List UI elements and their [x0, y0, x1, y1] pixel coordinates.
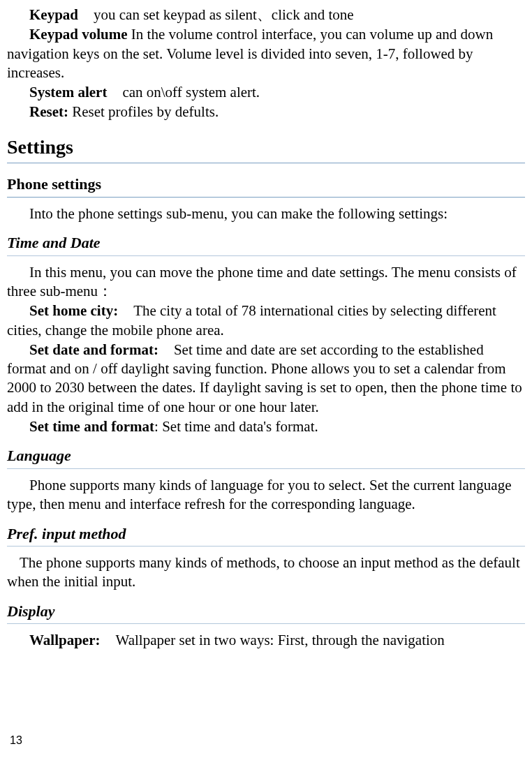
paragraph-set-home-city: Set home city:The city a total of 78 int…	[7, 302, 525, 340]
text-reset: Reset profiles by defults.	[68, 103, 219, 120]
heading-time-date: Time and Date	[7, 233, 525, 256]
heading-settings: Settings	[7, 135, 525, 163]
paragraph-wallpaper: Wallpaper:Wallpaper set in two ways: Fir…	[7, 631, 525, 650]
heading-display: Display	[7, 602, 525, 625]
heading-pref-input: Pref. input method	[7, 524, 525, 547]
text-pref-input: The phone supports many kinds of methods…	[7, 553, 525, 592]
text-wallpaper: Wallpaper set in two ways: First, throug…	[116, 632, 445, 648]
label-system-alert: System alert	[29, 84, 107, 101]
block-phone-settings-intro: Into the phone settings sub-menu, you ca…	[7, 205, 525, 223]
text-phone-settings-intro: Into the phone settings sub-menu, you ca…	[7, 205, 525, 223]
page-number: 13	[10, 734, 22, 748]
paragraph-set-time-format: Set time and format: Set time and data's…	[7, 417, 525, 436]
text-set-time-format: : Set time and data's format.	[154, 418, 318, 435]
block-time-date: In this menu, you can move the phone tim…	[7, 263, 525, 437]
block-language: Phone supports many kinds of language fo…	[7, 476, 525, 514]
text-keypad: you can set keypad as silent、click and t…	[94, 6, 354, 23]
paragraph-set-date-format: Set date and format:Set time and date ar…	[7, 341, 525, 417]
label-set-time-format: Set time and format	[29, 418, 154, 435]
block-pref-input: The phone supports many kinds of methods…	[7, 553, 525, 592]
label-keypad: Keypad	[29, 6, 78, 23]
heading-phone-settings: Phone settings	[7, 174, 525, 198]
paragraph-system-alert: System alertcan on\off system alert.	[7, 83, 525, 102]
label-set-date-format: Set date and format:	[29, 341, 158, 358]
label-wallpaper: Wallpaper:	[29, 632, 101, 648]
heading-language: Language	[7, 446, 525, 469]
text-language: Phone supports many kinds of language fo…	[7, 476, 525, 514]
block-display: Wallpaper:Wallpaper set in two ways: Fir…	[7, 631, 525, 650]
text-system-alert: can on\off system alert.	[122, 84, 260, 101]
label-keypad-volume: Keypad volume	[29, 26, 128, 43]
text-time-date-intro: In this menu, you can move the phone tim…	[7, 263, 525, 302]
document-page: Keypadyou can set keypad as silent、click…	[0, 0, 532, 758]
paragraph-keypad-volume: Keypad volume In the volume control inte…	[7, 25, 525, 82]
paragraph-keypad: Keypadyou can set keypad as silent、click…	[7, 6, 525, 24]
label-reset: Reset:	[29, 103, 68, 120]
paragraph-reset: Reset: Reset profiles by defults.	[7, 103, 525, 121]
label-set-home-city: Set home city:	[29, 302, 118, 319]
